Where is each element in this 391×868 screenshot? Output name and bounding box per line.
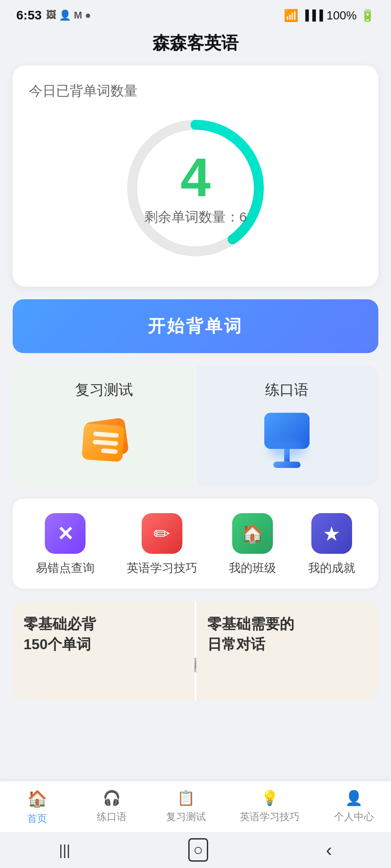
app-title: 森森客英语 [0, 27, 391, 66]
achievement-label: 我的成就 [308, 560, 355, 576]
circle-progress-container: 4 剩余单词数量：6 [119, 111, 272, 265]
bottom-card-vocabulary[interactable]: 零基础必背150个单词 [13, 601, 195, 701]
monitor-glow [269, 440, 305, 458]
monitor-screen [264, 413, 310, 449]
achievement-icon: ★ [311, 513, 352, 554]
nav-tips[interactable]: 💡 英语学习技巧 [240, 789, 300, 826]
bottom-card-dialogue[interactable]: 零基础需要的日常对话 [196, 601, 378, 701]
tips-label: 英语学习技巧 [127, 560, 197, 576]
quick-item-class[interactable]: 🏠 我的班级 [229, 513, 276, 576]
speaking-nav-icon: 🎧 [103, 789, 121, 807]
card-label: 今日已背单词数量 [29, 82, 362, 100]
monitor-base [273, 462, 300, 468]
paper-line-2 [92, 439, 118, 446]
review-test-icon [75, 411, 134, 470]
recent-apps-button[interactable]: ||| [59, 842, 70, 859]
home-nav-label: 首页 [27, 812, 47, 826]
quick-item-errors[interactable]: ✕ 易错点查询 [36, 513, 95, 576]
status-indicators: 📶 ▐▐▐ 100% 🔋 [284, 9, 375, 23]
tips-icon: ✏ [142, 513, 182, 554]
nav-bar: 🏠 首页 🎧 练口语 📋 复习测试 💡 英语学习技巧 👤 个人中心 [0, 781, 391, 832]
review-nav-icon: 📋 [177, 789, 195, 807]
status-bar: 6:53 🖼 👤 M ● 📶 ▐▐▐ 100% 🔋 [0, 0, 391, 27]
quick-item-achievement[interactable]: ★ 我的成就 [308, 513, 355, 576]
system-nav: ||| ○ ‹ [0, 832, 391, 868]
review-nav-label: 复习测试 [166, 810, 206, 824]
dialogue-title: 零基础需要的日常对话 [207, 614, 367, 655]
errors-label: 易错点查询 [36, 560, 95, 576]
tips-nav-label: 英语学习技巧 [240, 810, 300, 824]
paper-front [81, 423, 124, 462]
class-label: 我的班级 [229, 560, 276, 576]
profile-nav-icon: 👤 [345, 789, 363, 807]
speaking-label: 练口语 [265, 380, 309, 400]
vocabulary-title: 零基础必背150个单词 [24, 614, 184, 655]
remaining-label: 剩余单词数量：6 [144, 208, 247, 226]
notification-icons: 🖼 👤 M ● [46, 9, 91, 21]
tips-nav-icon: 💡 [261, 789, 279, 807]
signal-icon: ▐▐▐ [302, 9, 323, 21]
back-button[interactable]: ‹ [326, 840, 332, 860]
nav-profile[interactable]: 👤 个人中心 [334, 789, 374, 826]
speaking-icon [257, 411, 316, 470]
nav-review[interactable]: 📋 复习测试 [166, 789, 206, 826]
word-count-card: 今日已背单词数量 4 剩余单词数量：6 [13, 66, 378, 287]
nav-speaking[interactable]: 🎧 练口语 [91, 789, 132, 826]
class-icon: 🏠 [232, 513, 273, 554]
home-nav-icon: 🏠 [27, 789, 48, 808]
start-study-button[interactable]: 开始背单词 [13, 299, 378, 353]
paper-line-3 [101, 448, 118, 454]
quick-access-row: ✕ 易错点查询 ✏ 英语学习技巧 🏠 我的班级 ★ 我的成就 [13, 499, 378, 589]
review-test-card[interactable]: 复习测试 [13, 366, 196, 486]
profile-nav-label: 个人中心 [334, 810, 374, 824]
battery-icon: 🔋 [360, 9, 375, 23]
bottom-cards: 零基础必背150个单词 零基础 零基础需要的日常对话 [13, 601, 378, 701]
speaking-nav-label: 练口语 [97, 810, 127, 824]
quick-item-tips[interactable]: ✏ 英语学习技巧 [127, 513, 197, 576]
errors-icon: ✕ [45, 513, 86, 554]
paper-line-1 [93, 431, 119, 438]
circle-inner: 4 剩余单词数量：6 [144, 150, 247, 226]
nav-home[interactable]: 🏠 首页 [17, 789, 57, 826]
wifi-icon: 📶 [284, 9, 298, 23]
home-button[interactable]: ○ [188, 838, 208, 862]
main-content: 今日已背单词数量 4 剩余单词数量：6 开始背单词 复习测试 [0, 66, 391, 778]
feature-cards-row: 复习测试 练口语 [13, 366, 378, 486]
speaking-card[interactable]: 练口语 [196, 366, 379, 486]
status-time: 6:53 🖼 👤 M ● [16, 8, 91, 23]
review-test-label: 复习测试 [75, 380, 133, 400]
word-count-number: 4 [144, 150, 247, 204]
